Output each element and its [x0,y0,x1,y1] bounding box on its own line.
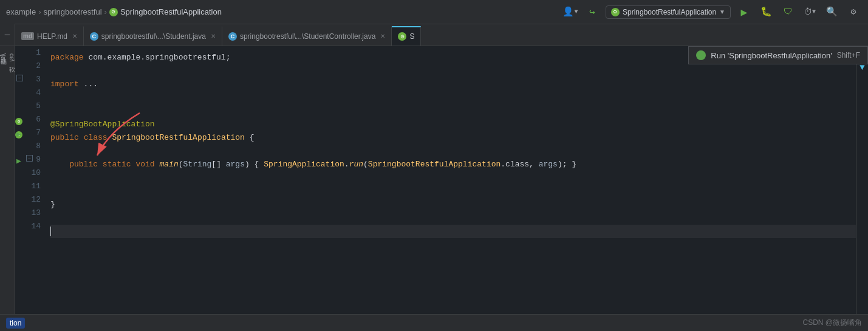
annotation-springboot: @SpringBootApplication [50,118,155,131]
title-bar: example › springbootrestful › ⚙ Springbo… [0,0,868,24]
run-config-selector[interactable]: ⚙ SpringbootRestfulApplication ▼ [606,5,731,19]
s2 [131,158,136,171]
search-icon: 🔍 [826,6,838,18]
back-arrow-icon: ↩ [589,6,595,18]
line-13: 13 [15,206,46,220]
param-string: String [183,158,212,171]
spring-application: SpringApplication [264,158,344,171]
tab-main[interactable]: ⚙ S [392,26,421,46]
debug-button[interactable]: 🐛 [757,4,774,21]
s3 [155,158,160,171]
space2 [108,131,112,145]
settings-button[interactable]: ⚙ [845,4,862,21]
paren1: ( [179,158,183,171]
profiler-button[interactable]: ⏱ ▼ [801,4,818,21]
kw-public: public [50,131,79,145]
tab-help-close[interactable]: ✕ [72,33,77,39]
account-dropdown-icon: ▼ [574,9,578,15]
run-tooltip-app-icon [696,50,706,60]
search-button[interactable]: 🔍 [823,4,840,21]
editor-area[interactable]: 1 2 3 − 4 5 6 ⚙ 7 ⚙ ▶ 8 [15,46,868,331]
line-12: 12 [15,193,46,206]
run-tooltip-text: Run 'SpringbootRestfulApplication' [711,51,832,60]
line-7: 7 ⚙ ▶ [15,126,46,140]
code-line-3: import ... [50,78,856,91]
code-line-9: public static void main ( String [] args… [50,158,856,171]
right-sidebar: ✓ ▼ [856,46,868,331]
space1 [79,131,84,145]
class-brace: { [245,131,255,145]
status-right: CSDN @微扬嘴角 [802,318,862,328]
code-line-4 [50,91,856,104]
collapse-method-marker[interactable]: − [26,155,33,162]
code-editor[interactable]: package com.example.springbootrestful; i… [46,46,856,331]
line-1: 1 [15,46,46,60]
tab-controller-close[interactable]: ✕ [380,33,385,39]
sidebar-left-text: ce\软 基础\ja [0,53,16,61]
app-class: SpringbootRestfulApplication [368,158,501,171]
debug-icon: 🐛 [760,6,772,18]
tabs-bar: — md HELP.md ✕ C springbootrestful\...\S… [0,24,868,46]
run-button[interactable]: ▶ [736,4,753,21]
kw-static: static [103,158,131,171]
navigate-back-button[interactable]: ↩ [584,4,601,21]
profiler-dropdown: ▼ [812,9,816,15]
account-button[interactable]: 👤 ▼ [562,4,579,21]
tab-help-icon: md [21,32,34,40]
tab-help-label: HELP.md [37,32,67,41]
breadcrumb-class: SpringbootRestfulApplication [120,7,222,16]
paren2: ) { [245,158,264,171]
status-left: tion [6,318,25,329]
code-line-6: @SpringBootApplication [50,118,856,131]
code-line-10 [50,171,856,185]
sidebar-toggle[interactable]: — [0,24,15,46]
run-config-dropdown: ▼ [719,9,725,15]
line-11: 11 [15,180,46,193]
tab-main-label: S [409,32,414,41]
kw-void: void [135,158,154,171]
line-10: 10 [15,166,46,180]
sidebar-path-text2: 基础\ja [0,53,7,61]
kw-public2: public [69,158,98,171]
code-line-13 [50,211,856,225]
line-2: 2 [15,60,46,73]
tab-student[interactable]: C springbootrestful\...\Student.java ✕ [84,26,222,46]
method-run: run [349,158,363,171]
dot-class: .class, [501,158,538,171]
tab-help[interactable]: md HELP.md ✕ [15,26,84,46]
tab-student-icon: C [90,32,98,41]
code-line-11 [50,185,856,198]
person-icon: 👤 [562,6,574,18]
cursor [50,227,51,236]
breadcrumb-example: example [6,7,36,16]
kw-package: package [50,51,84,64]
left-sidebar: ce\软 基础\ja [0,46,15,331]
main-area: ce\软 基础\ja 1 2 3 − 4 5 6 ⚙ 7 ⚙ [0,46,868,331]
run-paren1: ( [363,158,368,171]
import-dots: ... [79,78,98,91]
line-3: 3 − [15,73,46,86]
code-line-5 [50,104,856,118]
line-9: 9 ▶ − [15,153,46,166]
breadcrumb: example › springbootrestful › ⚙ Springbo… [6,7,222,16]
sidebar-toggle-icon: — [5,30,10,39]
import-keyword: import [50,78,79,91]
code-line-14 [50,225,856,238]
status-active-item[interactable]: tion [6,318,25,329]
close-brace: } [50,198,55,211]
method-main: main [160,158,179,171]
coverage-button[interactable]: 🛡 [779,4,796,21]
args-param: args [539,158,558,171]
breadcrumb-sep2: › [104,7,107,16]
sidebar-path-text: ce\软 [7,53,16,61]
tab-main-icon: ⚙ [398,32,406,41]
tab-controller[interactable]: C springbootrestful\...\StudentControlle… [222,26,392,46]
breadcrumb-springbootrestful: springbootrestful [43,7,101,16]
kw-class: class [84,131,108,145]
tab-student-close[interactable]: ✕ [211,33,216,39]
line-5: 5 [15,100,46,113]
code-line-12: } [50,198,856,211]
line-8: 8 [15,140,46,153]
collapse-import-marker[interactable]: − [16,75,23,81]
run-tooltip: Run 'SpringbootRestfulApplication' Shift… [688,46,868,64]
